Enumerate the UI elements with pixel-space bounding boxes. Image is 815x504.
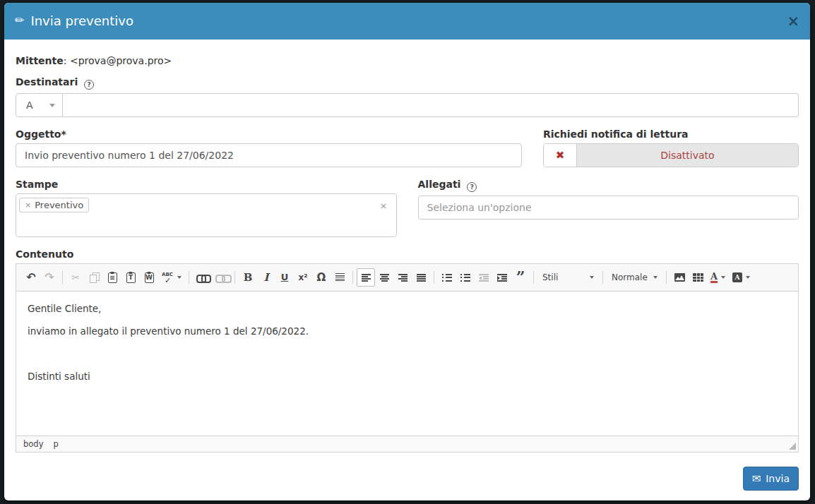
element-path-item[interactable]: body (23, 439, 43, 449)
bulleted-list-icon (460, 274, 470, 282)
align-left-button[interactable] (357, 268, 375, 287)
form-footer: ✉ Invia (16, 454, 799, 491)
recipients-input[interactable] (63, 93, 799, 117)
decrease-indent-button (475, 268, 493, 287)
rich-text-editor: ↶↷✂BIUx²Ω”StiliNormaleA Gentile Cliente,… (16, 263, 799, 452)
align-right-button[interactable] (393, 268, 412, 287)
special-character-button[interactable]: Ω (312, 268, 331, 287)
text-color-icon: A (710, 272, 718, 283)
editor-paragraph: Distinti saluti (28, 369, 787, 383)
subject-col: Oggetto* (16, 128, 522, 167)
content-label: Contenuto (16, 248, 799, 260)
remove-tag-icon[interactable]: × (25, 200, 31, 210)
send-quote-modal: ✏ Invia preventivo × Mittente: <prova@pr… (4, 3, 810, 500)
undo-icon: ↶ (26, 272, 35, 283)
italic-button[interactable]: I (257, 268, 275, 287)
read-receipt-label: Richiedi notifica di lettura (543, 128, 799, 140)
bold-button[interactable]: B (239, 268, 257, 287)
sender-line: Mittente: <prova@prova.pro> (16, 55, 799, 66)
spellcheck-button[interactable] (158, 268, 185, 287)
selected-tag: ×Preventivo (19, 198, 89, 212)
horizontal-rule-icon (335, 273, 345, 282)
chevron-down-icon (177, 276, 182, 279)
superscript-icon: x² (299, 273, 308, 282)
editor-content[interactable]: Gentile Cliente,inviamo in allegato il p… (16, 292, 798, 436)
increase-indent-button[interactable] (493, 268, 511, 287)
table-button[interactable] (689, 268, 707, 287)
superscript-button[interactable]: x² (294, 268, 312, 287)
background-color-button[interactable] (729, 268, 754, 287)
paste-icon (108, 272, 117, 283)
paste-button[interactable] (103, 268, 121, 287)
toggle-state-label[interactable]: Disattivato (577, 144, 798, 167)
toolbar-separator (189, 271, 189, 284)
undo-button[interactable]: ↶ (22, 268, 40, 287)
subject-input[interactable] (16, 143, 522, 167)
send-button[interactable]: ✉ Invia (743, 467, 799, 491)
modal-body: Mittente: <prova@prova.pro> Destinatari … (4, 40, 810, 500)
paste-text-button[interactable] (121, 268, 140, 287)
toolbar-separator (533, 271, 534, 284)
toolbar-separator (62, 271, 63, 284)
help-icon[interactable]: ? (467, 182, 477, 192)
toolbar-separator (666, 271, 667, 284)
toggle-off-icon[interactable]: ✖ (544, 144, 577, 167)
recipient-type-select[interactable]: A (16, 93, 63, 117)
prints-attachments-row: Stampe ×Preventivo × Allegati ? (16, 179, 799, 237)
image-button[interactable] (670, 268, 689, 287)
decrease-indent-icon (479, 274, 489, 282)
chevron-down-icon (49, 104, 55, 107)
copy-button (85, 268, 103, 287)
link-button[interactable] (193, 268, 212, 287)
attachments-input[interactable] (418, 196, 799, 220)
editor-element-path: bodyp (16, 436, 798, 452)
paste-text-icon (126, 272, 136, 283)
redo-icon: ↷ (44, 272, 54, 283)
format-combo[interactable]: Normale (607, 268, 662, 287)
element-path-item[interactable]: p (53, 439, 58, 449)
modal-backdrop: ✏ Invia preventivo × Mittente: <prova@pr… (0, 0, 815, 504)
increase-indent-icon (497, 274, 507, 282)
blockquote-button[interactable]: ” (511, 268, 530, 287)
editor-toolbar: ↶↷✂BIUx²Ω”StiliNormaleA (16, 264, 798, 292)
read-receipt-toggle[interactable]: ✖ Disattivato (543, 143, 799, 167)
horizontal-rule-button[interactable] (331, 268, 349, 287)
align-left-icon (362, 274, 371, 282)
align-center-button[interactable] (375, 268, 393, 287)
align-justify-button[interactable] (412, 268, 430, 287)
prints-tags: ×Preventivo (19, 197, 89, 210)
chevron-down-icon (653, 276, 658, 279)
close-icon[interactable]: × (787, 14, 799, 29)
underline-button[interactable]: U (275, 268, 294, 287)
blockquote-icon: ” (516, 273, 525, 282)
unlink-icon (215, 275, 227, 280)
modal-title: ✏ Invia preventivo (15, 13, 133, 30)
clear-selection-icon[interactable]: × (380, 200, 388, 211)
bulleted-list-button[interactable] (456, 268, 475, 287)
link-icon (196, 275, 208, 280)
text-color-button[interactable]: A (707, 268, 729, 287)
help-icon[interactable]: ? (84, 80, 94, 90)
numbered-list-button[interactable] (438, 268, 456, 287)
cut-icon: ✂ (71, 272, 80, 282)
modal-title-text: Invia preventivo (30, 13, 133, 30)
align-justify-icon (417, 274, 426, 282)
recipients-group: A (16, 93, 799, 117)
toolbar-separator (234, 271, 235, 284)
editor-paragraph: Gentile Cliente, (28, 301, 787, 316)
subject-label: Oggetto* (16, 128, 522, 140)
chevron-down-icon (721, 276, 725, 279)
redo-button: ↷ (40, 268, 59, 287)
underline-icon: U (281, 272, 289, 283)
subject-row: Oggetto* Richiedi notifica di lettura ✖ … (16, 128, 799, 167)
chevron-down-icon (590, 276, 594, 279)
image-icon (674, 273, 685, 282)
send-button-label: Invia (766, 473, 790, 484)
prints-label: Stampe (16, 179, 397, 190)
envelope-icon: ✉ (752, 474, 761, 484)
prints-multiselect[interactable]: ×Preventivo × (16, 193, 397, 237)
paste-word-button[interactable] (140, 268, 158, 287)
italic-icon: I (263, 272, 268, 283)
styles-combo[interactable]: Stili (537, 268, 599, 287)
resize-handle-icon[interactable] (789, 443, 796, 450)
